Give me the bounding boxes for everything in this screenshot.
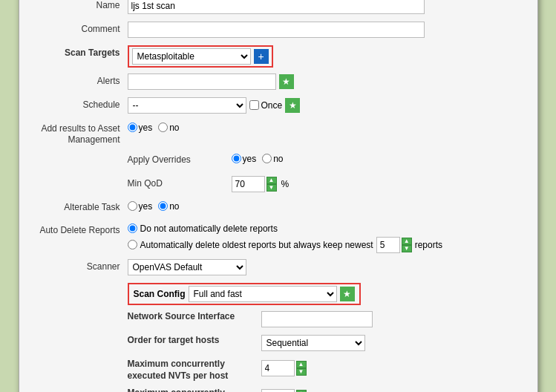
auto-delete-opt1-label: Do not automatically delete reports	[140, 223, 278, 234]
auto-delete-up-button[interactable]: ▲	[402, 238, 412, 245]
max-nvts-input[interactable]	[261, 360, 295, 376]
schedule-row: Schedule -- Once ★	[31, 97, 526, 115]
comment-input[interactable]	[128, 22, 425, 38]
alerts-control: ★	[128, 74, 526, 90]
min-qod-up-button[interactable]: ▲	[266, 177, 277, 184]
auto-delete-no-radio[interactable]	[128, 223, 137, 233]
min-qod-input[interactable]	[232, 176, 265, 192]
name-row: Name	[31, 0, 526, 16]
schedule-select[interactable]: --	[128, 97, 246, 114]
scanner-row: Scanner OpenVAS Default	[31, 259, 526, 277]
auto-delete-reports-label: reports	[415, 240, 442, 250]
schedule-once-checkbox[interactable]	[249, 100, 259, 110]
schedule-once-label: Once	[261, 100, 283, 111]
alterable-task-row: Alterable Task yes no	[31, 200, 526, 218]
apply-overrides-control: yes no	[232, 152, 526, 164]
auto-delete-control: Do not automatically delete reports Auto…	[128, 223, 526, 253]
alterable-task-yes-label[interactable]: yes	[128, 201, 153, 212]
schedule-add-button[interactable]: ★	[285, 98, 300, 113]
apply-overrides-row: Apply Overrides yes no	[31, 152, 526, 170]
apply-overrides-label: Apply Overrides	[128, 152, 232, 165]
alterable-task-no-radio[interactable]	[158, 201, 168, 211]
scan-config-select[interactable]: Full and fast	[189, 286, 337, 302]
apply-overrides-yes-radio[interactable]	[232, 154, 241, 163]
name-label: Name	[31, 0, 128, 10]
alterable-task-label: Alterable Task	[31, 200, 128, 212]
add-results-row: Add results to Asset Management yes no	[31, 121, 526, 146]
auto-delete-keep-radio[interactable]	[128, 240, 137, 249]
alerts-input[interactable]	[128, 74, 276, 90]
min-qod-spinner-btns: ▲ ▼	[266, 177, 277, 192]
network-source-row: Network Source Interface	[31, 311, 526, 329]
max-nvts-label: Maximum concurrently executed NVTs per h…	[128, 359, 261, 382]
max-hosts-spinner: ▲ ▼	[261, 389, 307, 392]
min-qod-row: Min QoD ▲ ▼ %	[31, 176, 526, 194]
scan-targets-label: Scan Targets	[31, 45, 128, 58]
add-results-yes-radio[interactable]	[128, 122, 137, 132]
auto-delete-down-button[interactable]: ▼	[402, 245, 412, 252]
order-hosts-label: Order for target hosts	[128, 335, 261, 345]
max-nvts-row: Maximum concurrently executed NVTs per h…	[31, 359, 526, 382]
network-source-input[interactable]	[261, 311, 373, 327]
max-nvts-spinner: ▲ ▼	[261, 360, 307, 376]
auto-delete-spinner-btns: ▲ ▼	[402, 238, 412, 252]
min-qod-down-button[interactable]: ▼	[266, 184, 277, 192]
auto-delete-opt2-label: Automatically delete oldest reports but …	[140, 240, 373, 250]
max-hosts-input[interactable]	[261, 389, 295, 392]
scan-targets-control: Metasploitable +	[128, 45, 526, 68]
network-source-label: Network Source Interface	[128, 311, 261, 321]
scanner-select[interactable]: OpenVAS Default	[128, 259, 246, 275]
max-hosts-row: Maximum concurrently scanned hosts ▲ ▼	[31, 388, 526, 392]
scan-config-label: Scan Config	[134, 289, 186, 299]
edit-task-dialog: Edit Task × Name Comment Scan Targets Me…	[19, 0, 538, 392]
comment-control	[128, 22, 526, 38]
max-nvts-spinner-btns: ▲ ▼	[296, 361, 307, 376]
scan-config-row: Scan Config Full and fast ★	[31, 283, 526, 305]
add-results-control: yes no	[128, 121, 526, 133]
order-hosts-row: Order for target hosts Sequential	[31, 335, 526, 353]
add-results-yes-label[interactable]: yes	[128, 122, 153, 133]
name-input[interactable]	[128, 0, 425, 14]
add-results-radio-group: yes no	[128, 121, 180, 133]
alterable-task-radio-group: yes no	[128, 200, 180, 212]
alerts-label: Alerts	[31, 74, 128, 86]
scanner-label: Scanner	[31, 259, 128, 272]
scan-targets-select[interactable]: Metasploitable	[132, 48, 251, 65]
min-qod-control: ▲ ▼ %	[232, 176, 526, 192]
scan-config-add-button[interactable]: ★	[340, 287, 355, 301]
auto-delete-keep-input[interactable]	[376, 237, 400, 253]
alterable-task-no-label[interactable]: no	[158, 201, 179, 212]
auto-delete-options: Do not automatically delete reports Auto…	[128, 223, 443, 253]
comment-label: Comment	[31, 22, 128, 34]
scan-config-box: Scan Config Full and fast ★	[128, 283, 361, 305]
add-results-label: Add results to Asset Management	[31, 121, 128, 146]
schedule-label: Schedule	[31, 97, 128, 110]
auto-delete-spinner: ▲ ▼	[376, 237, 412, 253]
scan-targets-add-button[interactable]: +	[254, 49, 269, 64]
order-hosts-select[interactable]: Sequential	[261, 335, 365, 351]
min-qod-label: Min QoD	[128, 176, 232, 189]
scan-targets-row: Scan Targets Metasploitable +	[31, 45, 526, 68]
alterable-task-yes-radio[interactable]	[128, 201, 137, 211]
add-results-no-radio[interactable]	[158, 122, 168, 132]
alerts-add-button[interactable]: ★	[279, 74, 294, 89]
auto-delete-label: Auto Delete Reports	[31, 223, 128, 237]
alterable-task-control: yes no	[128, 200, 526, 212]
apply-overrides-no-label[interactable]: no	[262, 154, 283, 164]
alerts-row: Alerts ★	[31, 74, 526, 91]
add-results-no-label[interactable]: no	[158, 122, 179, 133]
auto-delete-opt1: Do not automatically delete reports	[128, 223, 443, 234]
apply-overrides-no-radio[interactable]	[262, 154, 272, 163]
schedule-control: -- Once ★	[128, 97, 526, 114]
max-nvts-up-button[interactable]: ▲	[296, 361, 307, 368]
schedule-once-wrap: Once	[249, 100, 283, 111]
percent-label: %	[281, 179, 290, 189]
auto-delete-opt2: Automatically delete oldest reports but …	[128, 237, 443, 253]
dialog-body: Name Comment Scan Targets Metasploitable…	[19, 0, 537, 392]
apply-overrides-yes-label[interactable]: yes	[232, 154, 257, 164]
scanner-control: OpenVAS Default	[128, 259, 526, 275]
max-hosts-label: Maximum concurrently scanned hosts	[128, 388, 261, 392]
max-nvts-down-button[interactable]: ▼	[296, 368, 307, 376]
comment-row: Comment	[31, 22, 526, 39]
scan-targets-box: Metasploitable +	[128, 45, 273, 68]
